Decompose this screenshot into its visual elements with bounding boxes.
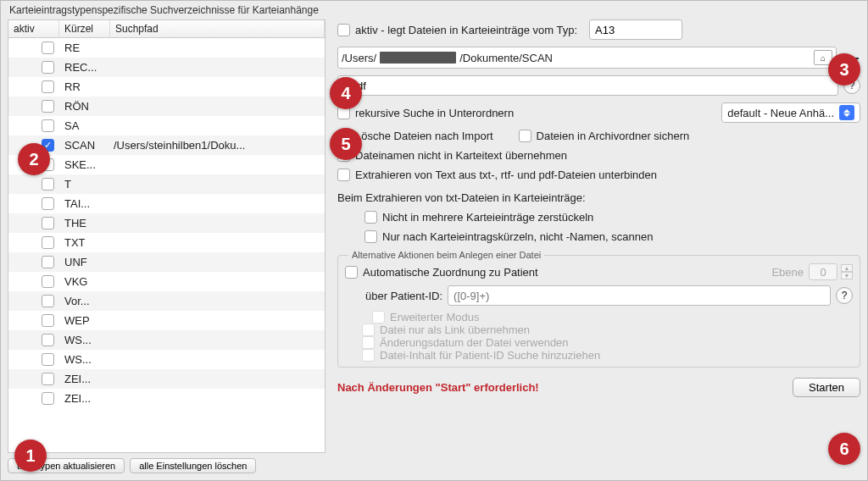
row-checkbox[interactable] [42, 373, 54, 385]
link-only-checkbox [362, 323, 375, 336]
alt-actions-panel: Alternative Aktionen beim Anlegen einer … [337, 255, 860, 368]
no-split-checkbox[interactable] [364, 211, 377, 224]
row-kurz: VKG [59, 275, 110, 288]
row-checkbox[interactable] [42, 236, 54, 249]
ext-mode-label: Erweiterter Modus [390, 311, 479, 323]
row-kurz: WS... [59, 334, 110, 346]
only-kurz-label: Nur nach Karteieintragskürzeln, nicht -N… [382, 230, 653, 243]
row-checkbox[interactable] [42, 275, 54, 288]
table-row[interactable]: TXT [8, 233, 325, 252]
archive-checkbox[interactable] [519, 130, 531, 142]
panel-title: Alternative Aktionen beim Anlegen einer … [348, 250, 544, 260]
row-checkbox[interactable] [42, 119, 54, 132]
aktiv-checkbox[interactable] [337, 24, 350, 36]
footer-row: Nach Änderungen "Start" erforderlich! St… [337, 378, 860, 397]
table-row[interactable]: TAI... [8, 194, 325, 213]
right-pane: aktiv - legt Dateien in Karteieinträge v… [326, 19, 860, 473]
table-row[interactable]: ZEI... [8, 389, 325, 408]
table-row[interactable]: REC... [8, 58, 325, 77]
patient-id-input[interactable] [448, 285, 831, 306]
callout-badge-5: 5 [330, 128, 362, 160]
table-row[interactable]: WS... [8, 330, 325, 350]
row-checkbox[interactable] [42, 314, 54, 327]
row-checkbox[interactable] [42, 295, 54, 307]
pattern-row: ? [337, 75, 860, 96]
row-checkbox[interactable] [42, 334, 54, 346]
no-extract-checkbox[interactable] [337, 169, 350, 181]
row-kurz: T [59, 178, 110, 191]
content: aktiv Kürzel Suchpfad REREC...RRRÖNSA✓SC… [1, 19, 867, 480]
no-filename-label: Dateinamen nicht in Karteitext übernehme… [355, 149, 567, 162]
left-buttons: tragstypen aktualisieren alle Einstellun… [8, 458, 326, 473]
delete-after-import-label: Lösche Dateien nach Import [355, 130, 493, 142]
auto-assign-checkbox[interactable] [345, 266, 358, 279]
recursive-row: rekursive Suche in Unterordnern default … [337, 102, 860, 123]
row-checkbox[interactable] [42, 61, 54, 74]
patient-id-label: über Patient-ID: [365, 290, 442, 302]
use-content-row: Datei-Inhalt für Patient-ID Suche hinzuz… [362, 349, 853, 362]
only-kurz-row: Nur nach Karteieintragskürzeln, nicht -N… [364, 230, 860, 243]
table-row[interactable]: VKG [8, 272, 325, 291]
callout-badge-6: 6 [828, 433, 860, 465]
start-button[interactable]: Starten [793, 378, 860, 397]
table-row[interactable]: SKE... [8, 155, 325, 174]
row-checkbox[interactable] [42, 197, 54, 210]
col-aktiv[interactable]: aktiv [8, 20, 59, 37]
link-only-row: Datei nur als Link übernehmen [362, 323, 853, 336]
restart-warning: Nach Änderungen "Start" erforderlich! [337, 381, 539, 394]
row-checkbox[interactable] [42, 392, 54, 405]
row-kurz: WS... [59, 353, 110, 366]
table-row[interactable]: ZEI... [8, 369, 325, 389]
row-kurz: RÖN [59, 100, 110, 113]
row-checkbox[interactable] [42, 217, 54, 229]
only-kurz-checkbox[interactable] [364, 230, 377, 243]
pattern-input[interactable] [337, 75, 838, 96]
no-extract-label: Extrahieren von Text aus txt-, rtf- und … [355, 169, 657, 181]
table-row[interactable]: RE [8, 38, 325, 58]
no-split-row: Nicht in mehrere Karteieinträge zerstück… [364, 211, 860, 224]
ext-mode-row: Erweiterter Modus [372, 311, 853, 323]
ebene-value: 0 [809, 263, 837, 280]
col-path[interactable]: Suchpfad [110, 20, 325, 37]
use-date-checkbox [362, 336, 375, 349]
row-kurz: RR [59, 80, 110, 93]
row-kurz: WEP [59, 314, 110, 327]
table-row[interactable]: T [8, 174, 325, 194]
row-kurz: ZEI... [59, 392, 110, 405]
col-kurz[interactable]: Kürzel [59, 20, 110, 37]
type-table: aktiv Kürzel Suchpfad REREC...RRRÖNSA✓SC… [8, 19, 326, 453]
type-input[interactable] [589, 19, 682, 40]
table-row[interactable]: WEP [8, 311, 325, 330]
callout-badge-4: 4 [330, 77, 362, 109]
help-icon[interactable]: ? [836, 287, 853, 304]
row-kurz: UNF [59, 256, 110, 268]
row-checkbox[interactable] [42, 100, 54, 113]
no-split-label: Nicht in mehrere Karteieinträge zerstück… [382, 211, 593, 224]
table-row[interactable]: RÖN [8, 97, 325, 116]
table-row[interactable]: ✓SCAN/Users/steinhilben1/Doku... [8, 135, 325, 155]
callout-badge-2: 2 [18, 143, 50, 175]
clear-settings-button[interactable]: alle Einstellungen löschen [130, 458, 256, 473]
table-row[interactable]: SA [8, 116, 325, 135]
link-only-label: Datei nur als Link übernehmen [380, 323, 530, 336]
table-body: REREC...RRRÖNSA✓SCAN/Users/steinhilben1/… [8, 38, 325, 408]
row-kurz: Vor... [59, 295, 110, 307]
table-row[interactable]: RR [8, 77, 325, 97]
table-row[interactable]: UNF [8, 252, 325, 272]
row-checkbox[interactable] [42, 353, 54, 366]
auto-assign-label: Automatische Zuordnung zu Patient [363, 266, 538, 279]
mode-select[interactable]: default - Neue Anhä... [721, 102, 860, 123]
archive-label: Dateien in Archivordner sichern [537, 130, 690, 142]
row-checkbox[interactable] [42, 80, 54, 93]
row-checkbox[interactable] [42, 41, 54, 54]
auto-assign-row: Automatische Zuordnung zu Patient Ebene … [345, 263, 853, 280]
left-pane: aktiv Kürzel Suchpfad REREC...RRRÖNSA✓SC… [8, 19, 326, 473]
use-date-label: Änderungsdatum der Datei verwenden [380, 336, 569, 349]
row-checkbox[interactable] [42, 178, 54, 191]
ebene-stepper[interactable]: 0 ▲▼ [809, 263, 853, 280]
path-input[interactable]: /Users/ /Dokumente/SCAN ⌂ [337, 47, 837, 69]
row-checkbox[interactable] [42, 256, 54, 268]
table-row[interactable]: WS... [8, 350, 325, 369]
table-row[interactable]: THE [8, 213, 325, 233]
table-row[interactable]: Vor... [8, 291, 325, 311]
